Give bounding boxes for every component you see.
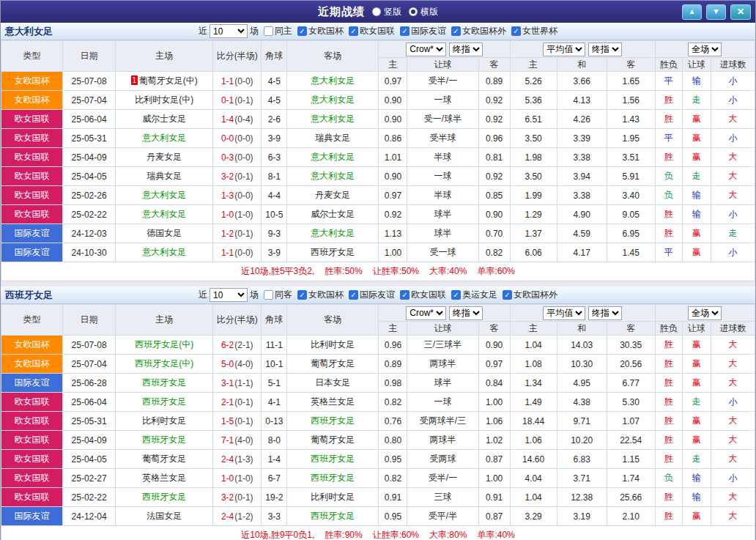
away-team: 西班牙女足 [287,450,379,469]
away-team: 意大利女足 [287,91,379,110]
away-team: 葡萄牙女足 [287,431,379,450]
average-stage-select[interactable]: 终指 [588,42,622,56]
checkbox-icon[interactable]: ✓ [511,26,521,36]
layout-radio-horizontal[interactable]: 横版 [409,6,438,18]
result-goals: 大 [711,186,755,205]
unit-label: 场 [250,25,259,37]
match-count-select[interactable]: 10 [210,24,248,38]
avg-draw: 6.83 [557,450,607,469]
home-team: 比利时女足(中) [116,91,213,110]
avg-draw: 4.90 [557,205,607,224]
competition-filter[interactable]: ✓欧女国联 [400,289,446,301]
result-wdl: 胜 [655,412,682,431]
match-date: 25-07-04 [63,355,116,374]
match-row: 欧女国联 25-04-09 西班牙女足 7-1(4-0) 8-0 葡萄牙女足 0… [1,431,755,450]
average-select[interactable]: 平均值 [543,42,585,56]
checkbox-icon[interactable]: ✓ [503,290,512,300]
match-type-badge: 国际友谊 [1,374,63,393]
match-date: 25-07-08 [63,336,116,355]
result-wdl: 负 [655,167,682,186]
checkbox-icon[interactable]: ✓ [349,290,358,300]
odds-provider-select[interactable]: Crow* [406,306,446,320]
avg-home: 14.60 [510,450,557,469]
avg-draw: 4.17 [557,243,607,262]
avg-away: 1.43 [607,110,655,129]
average-select[interactable]: 平均值 [543,306,585,320]
result-wdl: 胜 [655,431,682,450]
close-button[interactable]: ✕ [730,4,751,20]
result-handicap: 输 [682,205,711,224]
checkbox-icon[interactable]: ✓ [297,26,307,36]
same-venue-filter[interactable]: 同客 [264,289,292,301]
checkbox-icon[interactable]: ✓ [349,26,358,36]
home-team: 意大利女足 [116,205,213,224]
competition-filter[interactable]: ✓女欧国杯外 [451,25,506,37]
result-wdl: 胜 [655,91,682,110]
match-count-select[interactable]: 10 [210,288,248,302]
odds-home: 0.90 [379,167,407,186]
avg-away: 2.10 [607,507,655,526]
odds-home: 0.90 [379,110,407,129]
checkbox-icon[interactable] [264,26,273,36]
checkbox-icon[interactable]: ✓ [400,290,410,300]
layout-radio-vertical[interactable]: 竖版 [372,6,401,18]
sub-column-header: 让球 [682,58,711,72]
checkbox-icon[interactable]: ✓ [400,26,410,36]
same-venue-filter[interactable]: 同主 [264,25,292,37]
titlebar: 近期战绩 竖版 横版 ▲ ▼ ✕ [1,1,755,23]
checkbox-icon[interactable]: ✓ [451,26,461,36]
odds-stage-select[interactable]: 终指 [449,42,483,56]
away-team: 比利时女足 [287,488,379,507]
competition-filter[interactable]: ✓国际友谊 [349,289,395,301]
odds-provider-select[interactable]: Crow* [406,42,446,56]
move-up-button[interactable]: ▲ [682,4,702,20]
handicap: 一球 [407,393,478,412]
avg-home: 1.29 [510,205,557,224]
near-label: 近 [199,25,207,37]
match-row: 欧女国联 25-05-31 比利时女足 1-5(0-1) 0-13 西班牙女足 … [1,412,755,431]
corner-score: 0-13 [262,412,287,431]
average-stage-select[interactable]: 终指 [588,306,622,320]
competition-filter[interactable]: ✓女欧国杯外 [503,289,557,301]
competition-filter[interactable]: ✓女欧国杯 [297,25,344,37]
competition-filter[interactable]: ✓女世界杯 [511,25,557,37]
checkbox-icon[interactable]: ✓ [451,290,461,300]
scope-select[interactable]: 全场 [688,42,722,56]
match-row: 欧女国联 25-04-09 丹麦女足 0-3(0-0) 6-3 意大利女足 1.… [1,148,755,167]
team-label: 西班牙女足 [311,454,355,464]
avg-draw: 4.38 [557,393,607,412]
corner-score: 3-9 [262,243,287,262]
away-team: 瑞典女足 [287,129,379,148]
team-label: 西班牙女足 [142,396,186,407]
competition-filter[interactable]: ✓女欧国杯 [297,289,344,301]
filter-bar: 近 10 场 同主 ✓女欧国杯✓欧女国联✓国际友谊✓女欧国杯外✓女世界杯 [199,24,557,38]
avg-away: 25.66 [607,488,655,507]
result-wdl: 胜 [655,393,682,412]
competition-filter[interactable]: ✓国际友谊 [400,25,446,37]
result-wdl: 平 [655,72,682,91]
competition-filter[interactable]: ✓欧女国联 [349,25,395,37]
score: 1-1(0-0) [213,72,262,91]
radio-icon[interactable] [409,7,418,16]
panel-title: 近期战绩 [318,5,365,19]
odds-home: 0.86 [379,129,407,148]
match-type-badge: 女欧国杯 [1,355,63,374]
away-team: 英格兰女足 [287,393,379,412]
average-group-header: 平均值 终指 [510,41,655,58]
team-name: 意大利女足 [5,25,53,38]
radio-icon[interactable] [372,7,381,16]
move-down-button[interactable]: ▼ [706,4,726,20]
avg-draw: 3.38 [557,148,607,167]
checkbox-icon[interactable]: ✓ [297,290,307,300]
avg-away: 1.74 [607,469,655,488]
avg-away: 5.30 [607,393,655,412]
avg-away: 3.40 [607,186,655,205]
competition-filter[interactable]: ✓奥运女足 [451,289,497,301]
match-row: 国际友谊 24-10-30 意大利女足 1-1(0-0) 3-9 西班牙女足 1… [1,243,755,262]
odds-stage-select[interactable]: 终指 [449,306,483,320]
checkbox-icon[interactable] [264,290,273,300]
scope-select[interactable]: 全场 [688,306,722,320]
column-header: 类型 [1,305,63,336]
avg-away: 1.07 [607,412,655,431]
odds-away: 0.89 [478,72,510,91]
